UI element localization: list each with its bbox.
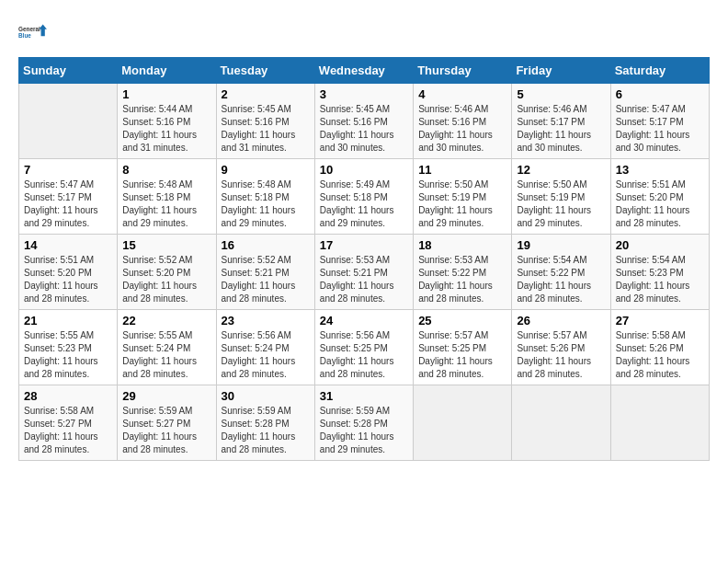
calendar-cell: 25Sunrise: 5:57 AMSunset: 5:25 PMDayligh… bbox=[414, 310, 512, 385]
weekday-header-row: SundayMondayTuesdayWednesdayThursdayFrid… bbox=[19, 58, 710, 84]
day-info: Sunrise: 5:55 AMSunset: 5:24 PMDaylight:… bbox=[122, 329, 210, 381]
logo: General Blue bbox=[18, 18, 48, 48]
calendar-cell: 22Sunrise: 5:55 AMSunset: 5:24 PMDayligh… bbox=[118, 310, 216, 385]
calendar-cell: 21Sunrise: 5:55 AMSunset: 5:23 PMDayligh… bbox=[19, 310, 118, 385]
calendar-cell: 30Sunrise: 5:59 AMSunset: 5:28 PMDayligh… bbox=[216, 385, 314, 461]
calendar-week-row: 14Sunrise: 5:51 AMSunset: 5:20 PMDayligh… bbox=[19, 235, 710, 310]
calendar-week-row: 28Sunrise: 5:58 AMSunset: 5:27 PMDayligh… bbox=[19, 385, 710, 461]
day-number: 26 bbox=[517, 314, 605, 327]
day-number: 3 bbox=[320, 87, 408, 101]
calendar-table: SundayMondayTuesdayWednesdayThursdayFrid… bbox=[18, 57, 710, 461]
day-number: 31 bbox=[320, 389, 408, 403]
weekday-header: Monday bbox=[118, 58, 216, 84]
day-number: 17 bbox=[320, 238, 408, 252]
calendar-cell: 9Sunrise: 5:48 AMSunset: 5:18 PMDaylight… bbox=[216, 159, 314, 235]
calendar-cell: 13Sunrise: 5:51 AMSunset: 5:20 PMDayligh… bbox=[610, 159, 709, 235]
calendar-cell bbox=[610, 385, 709, 461]
day-info: Sunrise: 5:58 AMSunset: 5:27 PMDaylight:… bbox=[24, 405, 112, 456]
day-info: Sunrise: 5:46 AMSunset: 5:17 PMDaylight:… bbox=[517, 103, 605, 155]
calendar-cell: 16Sunrise: 5:52 AMSunset: 5:21 PMDayligh… bbox=[216, 235, 314, 310]
calendar-cell: 5Sunrise: 5:46 AMSunset: 5:17 PMDaylight… bbox=[512, 84, 610, 159]
calendar-week-row: 7Sunrise: 5:47 AMSunset: 5:17 PMDaylight… bbox=[19, 159, 710, 235]
day-info: Sunrise: 5:56 AMSunset: 5:24 PMDaylight:… bbox=[222, 329, 310, 381]
calendar-cell: 20Sunrise: 5:54 AMSunset: 5:23 PMDayligh… bbox=[610, 235, 709, 310]
logo-icon: General Blue bbox=[18, 18, 48, 48]
calendar-cell: 29Sunrise: 5:59 AMSunset: 5:27 PMDayligh… bbox=[118, 385, 216, 461]
calendar-cell: 1Sunrise: 5:44 AMSunset: 5:16 PMDaylight… bbox=[118, 84, 216, 159]
day-number: 30 bbox=[222, 389, 310, 403]
calendar-cell: 4Sunrise: 5:46 AMSunset: 5:16 PMDaylight… bbox=[414, 84, 512, 159]
calendar-cell: 31Sunrise: 5:59 AMSunset: 5:28 PMDayligh… bbox=[314, 385, 413, 461]
calendar-cell bbox=[19, 84, 118, 159]
weekday-header: Saturday bbox=[610, 58, 709, 84]
day-info: Sunrise: 5:57 AMSunset: 5:25 PMDaylight:… bbox=[418, 329, 506, 381]
day-info: Sunrise: 5:55 AMSunset: 5:23 PMDaylight:… bbox=[24, 329, 112, 381]
day-info: Sunrise: 5:53 AMSunset: 5:21 PMDaylight:… bbox=[320, 254, 408, 305]
day-number: 2 bbox=[222, 87, 310, 101]
calendar-cell: 18Sunrise: 5:53 AMSunset: 5:22 PMDayligh… bbox=[414, 235, 512, 310]
calendar-cell: 14Sunrise: 5:51 AMSunset: 5:20 PMDayligh… bbox=[19, 235, 118, 310]
day-number: 12 bbox=[517, 163, 605, 177]
calendar-cell: 2Sunrise: 5:45 AMSunset: 5:16 PMDaylight… bbox=[216, 84, 314, 159]
calendar-cell: 7Sunrise: 5:47 AMSunset: 5:17 PMDaylight… bbox=[19, 159, 118, 235]
day-info: Sunrise: 5:48 AMSunset: 5:18 PMDaylight:… bbox=[222, 178, 310, 230]
day-number: 4 bbox=[418, 87, 506, 101]
day-number: 27 bbox=[616, 314, 704, 327]
day-number: 16 bbox=[222, 238, 310, 252]
day-number: 28 bbox=[24, 389, 112, 403]
day-info: Sunrise: 5:45 AMSunset: 5:16 PMDaylight:… bbox=[320, 103, 408, 155]
svg-text:General: General bbox=[18, 26, 40, 32]
day-info: Sunrise: 5:49 AMSunset: 5:18 PMDaylight:… bbox=[320, 178, 408, 230]
calendar-cell: 15Sunrise: 5:52 AMSunset: 5:20 PMDayligh… bbox=[118, 235, 216, 310]
day-number: 8 bbox=[122, 163, 210, 177]
calendar-cell: 12Sunrise: 5:50 AMSunset: 5:19 PMDayligh… bbox=[512, 159, 610, 235]
svg-text:Blue: Blue bbox=[18, 32, 31, 39]
day-info: Sunrise: 5:56 AMSunset: 5:25 PMDaylight:… bbox=[320, 329, 408, 381]
day-number: 9 bbox=[222, 163, 310, 177]
day-number: 7 bbox=[24, 163, 112, 177]
calendar-cell: 19Sunrise: 5:54 AMSunset: 5:22 PMDayligh… bbox=[512, 235, 610, 310]
weekday-header: Sunday bbox=[19, 58, 118, 84]
day-number: 24 bbox=[320, 314, 408, 327]
day-number: 6 bbox=[616, 87, 704, 101]
day-number: 21 bbox=[24, 314, 112, 327]
day-number: 20 bbox=[616, 238, 704, 252]
calendar-body: 1Sunrise: 5:44 AMSunset: 5:16 PMDaylight… bbox=[19, 84, 710, 461]
day-info: Sunrise: 5:52 AMSunset: 5:20 PMDaylight:… bbox=[122, 254, 210, 305]
day-info: Sunrise: 5:53 AMSunset: 5:22 PMDaylight:… bbox=[418, 254, 506, 305]
day-number: 15 bbox=[122, 238, 210, 252]
calendar-cell: 28Sunrise: 5:58 AMSunset: 5:27 PMDayligh… bbox=[19, 385, 118, 461]
calendar-cell: 3Sunrise: 5:45 AMSunset: 5:16 PMDaylight… bbox=[314, 84, 413, 159]
calendar-cell bbox=[414, 385, 512, 461]
day-info: Sunrise: 5:52 AMSunset: 5:21 PMDaylight:… bbox=[222, 254, 310, 305]
header: General Blue bbox=[18, 18, 710, 48]
day-info: Sunrise: 5:59 AMSunset: 5:27 PMDaylight:… bbox=[122, 405, 210, 456]
day-info: Sunrise: 5:54 AMSunset: 5:23 PMDaylight:… bbox=[616, 254, 704, 305]
day-number: 11 bbox=[418, 163, 506, 177]
day-info: Sunrise: 5:44 AMSunset: 5:16 PMDaylight:… bbox=[122, 103, 210, 155]
day-info: Sunrise: 5:58 AMSunset: 5:26 PMDaylight:… bbox=[616, 329, 704, 381]
day-info: Sunrise: 5:47 AMSunset: 5:17 PMDaylight:… bbox=[616, 103, 704, 155]
calendar-cell: 26Sunrise: 5:57 AMSunset: 5:26 PMDayligh… bbox=[512, 310, 610, 385]
day-number: 10 bbox=[320, 163, 408, 177]
calendar-cell: 17Sunrise: 5:53 AMSunset: 5:21 PMDayligh… bbox=[314, 235, 413, 310]
calendar-week-row: 1Sunrise: 5:44 AMSunset: 5:16 PMDaylight… bbox=[19, 84, 710, 159]
calendar-cell: 23Sunrise: 5:56 AMSunset: 5:24 PMDayligh… bbox=[216, 310, 314, 385]
calendar-header: SundayMondayTuesdayWednesdayThursdayFrid… bbox=[19, 58, 710, 84]
day-info: Sunrise: 5:46 AMSunset: 5:16 PMDaylight:… bbox=[418, 103, 506, 155]
day-info: Sunrise: 5:57 AMSunset: 5:26 PMDaylight:… bbox=[517, 329, 605, 381]
day-info: Sunrise: 5:50 AMSunset: 5:19 PMDaylight:… bbox=[517, 178, 605, 230]
day-number: 25 bbox=[418, 314, 506, 327]
calendar-cell: 27Sunrise: 5:58 AMSunset: 5:26 PMDayligh… bbox=[610, 310, 709, 385]
day-number: 19 bbox=[517, 238, 605, 252]
calendar-cell: 6Sunrise: 5:47 AMSunset: 5:17 PMDaylight… bbox=[610, 84, 709, 159]
day-info: Sunrise: 5:50 AMSunset: 5:19 PMDaylight:… bbox=[418, 178, 506, 230]
day-info: Sunrise: 5:51 AMSunset: 5:20 PMDaylight:… bbox=[616, 178, 704, 230]
day-info: Sunrise: 5:51 AMSunset: 5:20 PMDaylight:… bbox=[24, 254, 112, 305]
calendar-cell: 11Sunrise: 5:50 AMSunset: 5:19 PMDayligh… bbox=[414, 159, 512, 235]
day-number: 18 bbox=[418, 238, 506, 252]
day-number: 29 bbox=[122, 389, 210, 403]
weekday-header: Friday bbox=[512, 58, 610, 84]
weekday-header: Tuesday bbox=[216, 58, 314, 84]
day-info: Sunrise: 5:45 AMSunset: 5:16 PMDaylight:… bbox=[222, 103, 310, 155]
